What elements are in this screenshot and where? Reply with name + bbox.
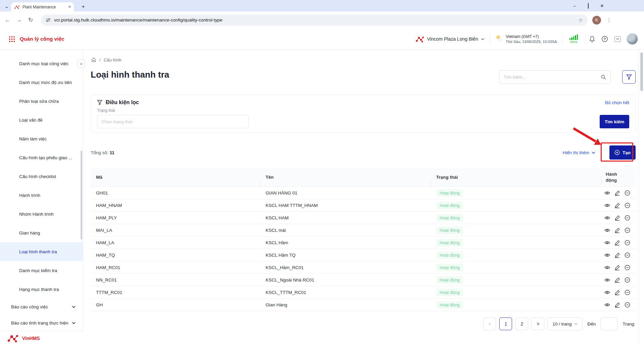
search-input[interactable] [504, 75, 601, 80]
edit-button[interactable] [614, 290, 620, 295]
help-icon[interactable]: ? [598, 33, 611, 45]
deactivate-button[interactable] [625, 203, 630, 208]
site-settings-icon[interactable] [46, 17, 51, 23]
home-icon[interactable] [91, 57, 96, 62]
deactivate-button[interactable] [625, 190, 630, 196]
goto-page-input[interactable] [600, 317, 618, 330]
deactivate-button[interactable] [625, 265, 630, 270]
prev-page-button[interactable]: < [483, 317, 496, 330]
deactivate-button[interactable] [625, 290, 630, 295]
page-button[interactable]: 1 [499, 317, 512, 330]
deactivate-button[interactable] [625, 277, 630, 283]
view-button[interactable] [604, 302, 610, 308]
status-select[interactable]: Chọn trạng thái [97, 115, 249, 128]
cell-actions [601, 227, 636, 233]
sidebar-item-label: Phân loại sửa chữa [19, 99, 59, 104]
view-button[interactable] [604, 240, 610, 246]
browser-tab[interactable]: Plant Maintenance ✕ [11, 2, 74, 11]
column-header-name: Tên [260, 175, 431, 180]
tab-close-icon[interactable]: ✕ [68, 5, 71, 9]
breadcrumb-section[interactable]: Cấu hình [104, 57, 122, 62]
sidebar-item-label: Năm làm việc [19, 136, 47, 141]
view-button[interactable] [604, 203, 610, 208]
language-switcher[interactable]: VI [611, 33, 624, 45]
view-button[interactable] [604, 227, 610, 233]
sidebar-item[interactable]: Báo cáo tình trạng thực hiện [0, 315, 83, 331]
filter-toggle-button[interactable] [622, 70, 636, 84]
window-close-button[interactable]: ✕ [600, 3, 604, 8]
edit-button[interactable] [614, 265, 620, 270]
sidebar-item[interactable]: Năm làm việc [0, 129, 83, 148]
window-scrollbar[interactable] [639, 50, 644, 345]
page-size-select[interactable]: 10 / trang [548, 317, 583, 330]
sidebar-item[interactable]: Loại vấn đề [0, 111, 83, 129]
view-button[interactable] [604, 215, 610, 221]
user-avatar[interactable] [627, 33, 638, 45]
back-button[interactable]: ← [2, 14, 13, 26]
browser-profile-avatar[interactable]: K [592, 16, 601, 25]
edit-button[interactable] [614, 240, 620, 246]
sidebar-item[interactable]: Danh mục mức độ ưu tiên [0, 73, 83, 92]
sidebar-item[interactable]: Phân loại sửa chữa [0, 92, 83, 111]
notifications-bell-icon[interactable] [586, 33, 598, 45]
sidebar-item[interactable]: Gian hàng [0, 223, 83, 242]
scrollbar-thumb[interactable] [640, 52, 643, 91]
deactivate-button[interactable] [625, 240, 630, 246]
filter-search-button[interactable]: Tìm kiếm [600, 115, 629, 128]
sidebar-item[interactable]: Nhóm Hành trình [0, 205, 83, 223]
tab-search-caret-icon[interactable]: ⌄ [3, 3, 10, 9]
deactivate-button[interactable] [625, 215, 630, 221]
sidebar-item[interactable]: Báo cáo công việc [0, 299, 83, 315]
sidebar-item-label: Loại hình thanh tra [19, 249, 57, 254]
apps-grid-icon[interactable] [9, 36, 15, 42]
sidebar-collapse-button[interactable]: « [78, 59, 85, 68]
deactivate-button[interactable] [625, 252, 630, 258]
sidebar-item[interactable]: Hạng mục thanh tra [0, 280, 83, 299]
reload-button[interactable]: ↻ [25, 14, 36, 26]
sidebar-item[interactable]: Danh mục loại công việc [0, 54, 83, 73]
edit-button[interactable] [614, 190, 620, 196]
deactivate-button[interactable] [625, 227, 630, 233]
new-tab-button[interactable]: + [79, 3, 87, 11]
property-name: Vincom Plaza Long Biên [427, 36, 478, 42]
sidebar-item[interactable]: Loại hình thanh tra [0, 242, 83, 261]
view-button[interactable] [604, 290, 610, 295]
create-button[interactable]: Tạo [609, 145, 636, 160]
bookmark-star-icon[interactable]: ☆ [579, 17, 583, 23]
edit-button[interactable] [614, 227, 620, 233]
edit-button[interactable] [614, 203, 620, 208]
edit-button[interactable] [614, 252, 620, 258]
view-button[interactable] [604, 277, 610, 283]
sidebar-item[interactable]: Danh mục kiểm tra [0, 261, 83, 280]
page-button[interactable]: 2 [515, 317, 528, 330]
show-more-link[interactable]: Hiển thị thêm [562, 150, 595, 155]
filter-panel-title: Điều kiện lọc [106, 99, 139, 105]
view-button[interactable] [604, 190, 610, 196]
view-button[interactable] [604, 265, 610, 270]
edit-button[interactable] [614, 302, 620, 308]
sidebar-item[interactable]: Hành trình [0, 186, 83, 205]
search-icon[interactable] [601, 74, 606, 80]
forward-button[interactable]: → [13, 14, 25, 26]
clear-all-link[interactable]: Bỏ chọn hết [605, 100, 629, 105]
view-button[interactable] [604, 252, 610, 258]
deactivate-button[interactable] [625, 302, 630, 308]
latency-label: 40ms [570, 40, 577, 44]
edit-button[interactable] [614, 215, 620, 221]
table-toolbar: Tổng số:11 Hiển thị thêm Tạo [91, 144, 636, 161]
cell-status: Hoạt động [431, 289, 601, 296]
sidebar-scrollbar[interactable] [81, 150, 82, 240]
sidebar-item[interactable]: Cấu hình tạo phiếu giao ... [0, 148, 83, 167]
next-page-button[interactable]: > [532, 317, 544, 330]
sidebar-item[interactable]: Cấu hình checklist [0, 167, 83, 186]
cell-actions [601, 215, 636, 221]
browser-menu-icon[interactable]: ⋮ [606, 17, 612, 23]
language-badge: VI [614, 36, 621, 42]
edit-button[interactable] [614, 277, 620, 283]
address-bar[interactable]: vcr.portal.stg.hulk.cloudhms.io/maintena… [41, 14, 588, 26]
brand-name: VinHMS [22, 336, 40, 341]
window-maximize-button[interactable] [586, 3, 591, 8]
window-minimize-button[interactable]: – [572, 3, 577, 8]
cell-status: Hoạt động [431, 276, 601, 284]
property-selector[interactable]: Vincom Plaza Long Biên [416, 36, 490, 42]
